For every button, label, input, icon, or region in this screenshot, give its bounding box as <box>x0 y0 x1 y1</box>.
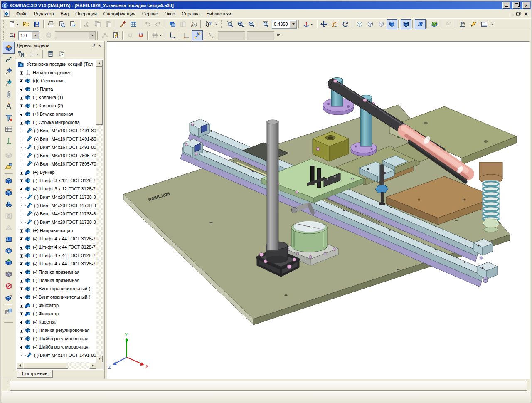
open-document-button[interactable] <box>21 19 32 29</box>
tree-item[interactable]: (-) Фиксатор <box>17 309 96 318</box>
tree-item[interactable]: (-) Штифт 4 х 44 ГОСТ 3128-70 <box>17 243 96 251</box>
tree-item[interactable]: (+) Направляющая <box>17 226 96 235</box>
sketch-button[interactable] <box>3 161 15 173</box>
orthogonal-drawing-button[interactable] <box>181 30 192 40</box>
display-shaded-edges-button[interactable] <box>401 19 411 29</box>
view-scale-combo-dropdown[interactable] <box>290 21 296 28</box>
scroll-right-button[interactable] <box>89 362 96 369</box>
pin-icon[interactable] <box>91 42 97 48</box>
expand-plus-icon[interactable] <box>20 229 23 232</box>
measurements-3d-button[interactable] <box>3 100 15 112</box>
cursor-step-combo[interactable]: 1.0 <box>18 31 39 40</box>
expand-plus-icon[interactable] <box>20 179 23 183</box>
expand-plus-icon[interactable] <box>20 345 23 349</box>
expand-plus-icon[interactable] <box>20 87 23 91</box>
tree-item[interactable]: (-) Каретка <box>17 318 96 326</box>
draft-operation-button[interactable] <box>3 257 15 268</box>
expand-plus-icon[interactable] <box>20 279 23 282</box>
tree-item[interactable]: (-) Винт ограничительный ( <box>17 293 96 301</box>
library-manager-button[interactable] <box>178 19 189 29</box>
local-coordinate-system-button[interactable] <box>167 30 178 40</box>
selection-filters-button[interactable] <box>3 112 15 124</box>
tree-item[interactable]: (-) Винт М4х16 ГОСТ 1491-80 <box>17 143 96 151</box>
hole-operation-button[interactable] <box>3 210 15 222</box>
display-perspective-button[interactable] <box>415 19 426 29</box>
spatial-curves-button[interactable] <box>3 54 15 65</box>
redo-button[interactable] <box>153 19 164 29</box>
rotate-view-button[interactable] <box>340 19 351 29</box>
coordinate-display-button[interactable]: Y+X+ <box>206 30 217 40</box>
tree-item[interactable]: (-) Штифт 4 х 44 ГОСТ 3128-70 <box>17 251 96 260</box>
context-help-button[interactable]: ? <box>203 19 214 29</box>
tree-horizontal-scrollbar[interactable] <box>17 362 96 369</box>
coordinate-y-field[interactable] <box>218 31 245 40</box>
tree-item[interactable]: (-) Планка прижимная <box>17 276 96 284</box>
revolve-operation-button[interactable] <box>3 187 15 198</box>
exclude-operation-button[interactable] <box>3 280 15 292</box>
coordinate-x-field[interactable] <box>247 31 274 40</box>
shell-operation-button[interactable] <box>3 245 15 257</box>
menu-Справка[interactable]: Справка <box>178 10 203 17</box>
tree-item[interactable]: (-) Винт ограничительный ( <box>17 284 96 293</box>
tree-item[interactable]: (-) Планка регулировочная <box>17 326 96 334</box>
send-convert-button[interactable] <box>67 19 78 29</box>
section-operation-button[interactable] <box>3 268 15 280</box>
expand-plus-icon[interactable] <box>20 104 23 108</box>
column-rod[interactable] <box>267 121 278 250</box>
paste-button[interactable] <box>103 19 114 29</box>
expand-plus-icon[interactable] <box>20 320 23 324</box>
tree-item[interactable]: (-) Винт М4х16 ГОСТ 1491-80 <box>17 135 96 143</box>
tree-item[interactable]: (-) Планка прижимная <box>17 268 96 276</box>
tree-item[interactable]: (-) Колонка (2) <box>17 101 96 110</box>
tree-item[interactable]: (ф) Основание <box>17 77 96 85</box>
tree-item[interactable]: (-) Болт М6х16 ГОСТ 7805-70 <box>17 160 96 168</box>
snap-global-button[interactable] <box>135 30 146 40</box>
tree-item[interactable]: (-) Штифт 4 х 44 ГОСТ 3128-70 <box>17 235 96 243</box>
tree-item[interactable]: (+) Втулка опорная <box>17 110 96 118</box>
menu-Вид[interactable]: Вид <box>57 10 72 17</box>
toolbar-grip[interactable] <box>221 20 223 28</box>
minimize-button[interactable] <box>502 2 510 9</box>
spreadsheet-button[interactable] <box>128 19 139 29</box>
display-hidden-removed-button[interactable] <box>365 19 376 29</box>
restore-button[interactable] <box>512 2 520 9</box>
view-scale-combo[interactable]: 0.4350 <box>272 20 297 29</box>
tab-construction[interactable]: Построение <box>17 370 53 378</box>
surfaces-button[interactable] <box>3 65 15 77</box>
menu-Операции[interactable]: Операции <box>72 10 100 17</box>
add-component-button[interactable] <box>3 306 15 317</box>
scroll-left-button[interactable] <box>17 362 23 369</box>
rib-operation-button[interactable] <box>3 222 15 233</box>
expand-plus-icon[interactable] <box>20 96 23 99</box>
angle-snap-button[interactable] <box>192 30 203 40</box>
toolbar-overflow-button[interactable] <box>490 20 495 28</box>
zoom-out-button[interactable] <box>246 19 257 29</box>
expand-plus-icon[interactable] <box>20 121 23 124</box>
save-document-button[interactable] <box>32 19 42 29</box>
close-button[interactable]: × <box>522 2 530 9</box>
scroll-down-button[interactable] <box>96 356 103 362</box>
display-shaded-button[interactable] <box>387 19 397 29</box>
print-button[interactable] <box>46 19 57 29</box>
tree-item[interactable]: (-) Штифт 4 х 44 ГОСТ 3128-70 <box>17 260 96 268</box>
menu-Редактор[interactable]: Редактор <box>31 10 57 17</box>
menu-Файл[interactable]: Файл <box>13 10 31 17</box>
tree-item[interactable]: (-) Винт М4х16 ГОСТ 1491-80 <box>17 126 96 135</box>
edit-part-button[interactable] <box>3 42 15 54</box>
specification-button[interactable] <box>3 124 15 135</box>
viewport-3d[interactable]: ЯАЕВ.1826 <box>107 41 530 379</box>
new-document-button[interactable] <box>7 19 21 29</box>
toolbar-grip[interactable] <box>3 31 5 40</box>
undo-button[interactable] <box>142 19 153 29</box>
annotation-elements-button[interactable] <box>3 89 15 100</box>
expand-plus-icon[interactable] <box>20 287 23 291</box>
menu-Сервис[interactable]: Сервис <box>139 10 161 17</box>
tree-item[interactable]: (-) Фиксатор <box>17 301 96 309</box>
menu-Библиотеки[interactable]: Библиотеки <box>203 10 235 17</box>
copy-button[interactable] <box>92 19 103 29</box>
rebuild-model-button[interactable] <box>457 19 468 29</box>
expand-plus-icon[interactable] <box>20 171 23 174</box>
relations-report-button[interactable] <box>45 49 56 59</box>
body-operations-button[interactable] <box>3 149 15 161</box>
display-wireframe-button[interactable] <box>354 19 365 29</box>
